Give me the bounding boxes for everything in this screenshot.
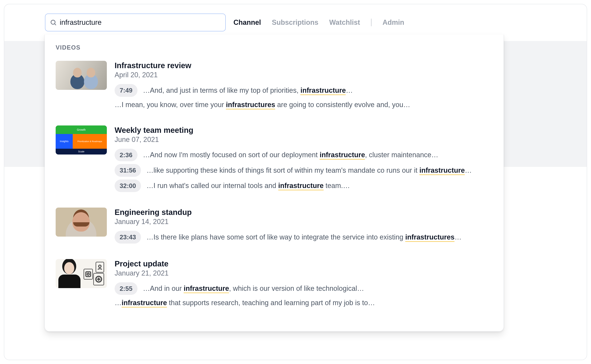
svg-line-1 bbox=[54, 24, 56, 25]
result-date: January 21, 2021 bbox=[114, 269, 493, 277]
transcript-snippet[interactable]: 2:36 …And now I'm mostly focused on sort… bbox=[114, 149, 493, 162]
thumb-label: Prioritization & Roadmaps bbox=[73, 134, 107, 149]
thumb-label: Growth bbox=[56, 125, 107, 134]
result-date: January 14, 2021 bbox=[114, 218, 493, 226]
transcript-snippet[interactable]: …I mean, you know, over time your infras… bbox=[114, 99, 493, 110]
thumb-person-icon bbox=[58, 261, 81, 288]
result-date: April 20, 2021 bbox=[114, 71, 493, 79]
app-window: Channel Subscriptions Watchlist Admin VI… bbox=[4, 4, 587, 360]
search-results-dropdown: VIDEOS Infrastructure review April 20, 2… bbox=[45, 34, 504, 332]
thumb-label: Scale bbox=[56, 149, 107, 155]
highlight: infrastructure bbox=[184, 284, 229, 293]
snippet-text: …infrastructure that supports research, … bbox=[114, 298, 493, 308]
snippet-text: …And in our infrastructure, which is our… bbox=[143, 283, 493, 294]
result-body: Infrastructure review April 20, 2021 7:4… bbox=[114, 61, 493, 113]
snippet-pre: …Is there like plans have some sort of l… bbox=[146, 233, 405, 241]
video-thumbnail[interactable] bbox=[56, 208, 107, 237]
nav-separator bbox=[371, 19, 372, 26]
transcript-snippet[interactable]: 23:43 …Is there like plans have some sor… bbox=[114, 231, 493, 244]
snippet-pre: … bbox=[114, 299, 121, 307]
snippet-pre: …And, and just in terms of like my top o… bbox=[143, 86, 300, 94]
top-bar: Channel Subscriptions Watchlist Admin bbox=[45, 13, 571, 31]
snippet-pre: …And now I'm mostly focused on sort of o… bbox=[143, 151, 320, 159]
svg-rect-3 bbox=[86, 272, 91, 276]
snippet-text: …like supporting these kinds of things f… bbox=[146, 165, 493, 176]
transcript-snippet[interactable]: 7:49 …And, and just in terms of like my … bbox=[114, 84, 493, 97]
transcript-snippet[interactable]: …infrastructure that supports research, … bbox=[114, 298, 493, 308]
snippet-post: , cluster maintenance… bbox=[365, 151, 438, 159]
snippet-pre: …And in our bbox=[143, 284, 184, 292]
snippet-post: … bbox=[346, 86, 353, 94]
timestamp-pill[interactable]: 7:49 bbox=[114, 84, 137, 97]
search-result[interactable]: Infrastructure review April 20, 2021 7:4… bbox=[45, 57, 504, 122]
snippet-text: …Is there like plans have some sort of l… bbox=[146, 232, 493, 242]
top-nav: Channel Subscriptions Watchlist Admin bbox=[234, 18, 404, 26]
highlight: infrastructures bbox=[405, 233, 455, 242]
transcript-snippet[interactable]: 2:55 …And in our infrastructure, which i… bbox=[114, 282, 493, 295]
search-result[interactable]: Project update January 21, 2021 2:55 …An… bbox=[45, 255, 504, 320]
result-body: Engineering standup January 14, 2021 23:… bbox=[114, 208, 493, 246]
snippet-post: … bbox=[455, 233, 462, 241]
search-input[interactable] bbox=[60, 18, 221, 26]
thumb-frame-icon bbox=[93, 273, 104, 285]
snippet-text: …And, and just in terms of like my top o… bbox=[143, 85, 493, 96]
highlight: infrastructures bbox=[226, 101, 275, 109]
result-date: June 07, 2021 bbox=[114, 136, 493, 144]
result-title[interactable]: Weekly team meeting bbox=[114, 125, 493, 135]
snippet-post: that supports research, teaching and lea… bbox=[167, 299, 375, 307]
search-field-wrap[interactable] bbox=[45, 13, 226, 31]
nav-subscriptions[interactable]: Subscriptions bbox=[272, 18, 318, 26]
nav-watchlist[interactable]: Watchlist bbox=[329, 18, 360, 26]
snippet-text: …And now I'm mostly focused on sort of o… bbox=[143, 150, 493, 160]
video-thumbnail[interactable] bbox=[56, 61, 107, 90]
result-body: Weekly team meeting June 07, 2021 2:36 …… bbox=[114, 125, 493, 195]
video-thumbnail[interactable]: Growth Insights Prioritization & Roadmap… bbox=[56, 125, 107, 155]
snippet-pre: …like supporting these kinds of things f… bbox=[146, 166, 419, 174]
nav-admin[interactable]: Admin bbox=[383, 18, 404, 26]
thumb-frame-icon bbox=[84, 269, 93, 280]
timestamp-pill[interactable]: 32:00 bbox=[114, 180, 141, 192]
highlight: infrastructure bbox=[320, 151, 365, 160]
timestamp-pill[interactable]: 2:55 bbox=[114, 282, 137, 295]
timestamp-pill[interactable]: 23:43 bbox=[114, 231, 141, 244]
timestamp-pill[interactable]: 31:56 bbox=[114, 164, 141, 177]
snippet-post: … bbox=[465, 166, 472, 174]
highlight: infrastructure bbox=[121, 299, 167, 307]
video-thumbnail[interactable] bbox=[56, 259, 107, 288]
snippet-pre: …I run what's called our internal tools … bbox=[146, 182, 278, 189]
search-result[interactable]: Engineering standup January 14, 2021 23:… bbox=[45, 204, 504, 255]
svg-point-4 bbox=[87, 273, 89, 275]
result-title[interactable]: Engineering standup bbox=[114, 208, 493, 217]
snippet-text: …I run what's called our internal tools … bbox=[146, 181, 493, 191]
svg-point-2 bbox=[99, 265, 101, 267]
section-label-videos: VIDEOS bbox=[45, 39, 504, 57]
snippet-post: team.… bbox=[324, 182, 350, 189]
result-title[interactable]: Project update bbox=[114, 259, 493, 268]
snippet-pre: …I mean, you know, over time your bbox=[114, 101, 226, 109]
highlight: infrastructure bbox=[419, 166, 465, 175]
result-title[interactable]: Infrastructure review bbox=[114, 61, 493, 70]
search-icon bbox=[50, 19, 57, 26]
snippet-post: are going to consistently evolve and, yo… bbox=[275, 101, 410, 109]
result-body: Project update January 21, 2021 2:55 …An… bbox=[114, 259, 493, 311]
highlight: infrastructure bbox=[278, 182, 324, 190]
highlight: infrastructure bbox=[300, 86, 346, 95]
snippet-post: , which is our version of like technolog… bbox=[229, 284, 364, 292]
timestamp-pill[interactable]: 2:36 bbox=[114, 149, 137, 162]
nav-channel[interactable]: Channel bbox=[234, 18, 261, 26]
transcript-snippet[interactable]: 31:56 …like supporting these kinds of th… bbox=[114, 164, 493, 177]
snippet-text: …I mean, you know, over time your infras… bbox=[114, 99, 493, 110]
transcript-snippet[interactable]: 32:00 …I run what's called our internal … bbox=[114, 180, 493, 192]
thumb-frame-icon bbox=[96, 262, 104, 273]
search-result[interactable]: Growth Insights Prioritization & Roadmap… bbox=[45, 122, 504, 204]
thumb-label: Insights bbox=[56, 134, 73, 149]
